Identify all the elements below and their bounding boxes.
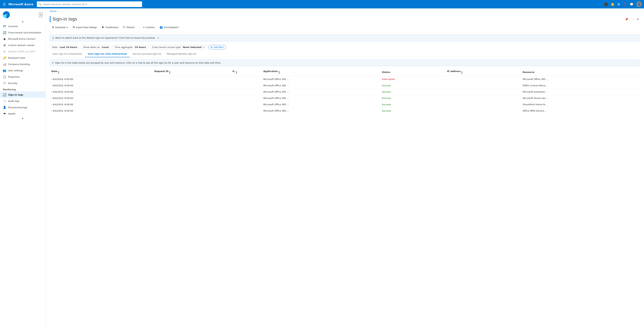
close-icon[interactable]: ✕: [636, 17, 640, 22]
sidebar-item-label-audit-logs: Audit logs: [8, 100, 20, 102]
date-filter-chip[interactable]: Date : Last 24 hours: [50, 45, 80, 49]
export-label: Export Data Settings: [76, 26, 97, 29]
search-box[interactable]: 🔍: [37, 2, 142, 7]
sidebar-scroll-down[interactable]: ▼: [0, 117, 46, 120]
sidebar-item-entra-connect[interactable]: ◆ Microsoft Entra Connect: [0, 36, 46, 42]
cell-ip-2: [446, 89, 522, 95]
date-filter-value: Last 24 hours: [60, 46, 77, 49]
troubleshoot-button[interactable]: ✖ Troubleshoot: [100, 25, 120, 30]
pin-icon[interactable]: 📌: [624, 17, 629, 22]
cell-date-1: ›6/4/2024, 8:00:00: [50, 82, 153, 89]
page-title: Sign-in logs: [52, 17, 77, 22]
password-reset-icon: 🔑: [3, 56, 6, 60]
add-filters-button[interactable]: ⊕ Add filters: [208, 45, 226, 49]
more-options-icon[interactable]: ···: [630, 17, 634, 22]
health-icon: ❤: [3, 112, 6, 115]
sidebar-item-audit-logs[interactable]: 📄 Audit logs: [0, 98, 46, 104]
sidebar-item-properties[interactable]: 📋 Properties: [0, 74, 46, 80]
cell-application-0: Microsoft Office 365 ...: [262, 76, 380, 82]
feedback-icon[interactable]: 💬: [630, 3, 634, 6]
sidebar-item-cross-tenant[interactable]: 🔄 Cross-tenant synchronization: [0, 29, 46, 36]
troubleshoot-label: Troubleshoot: [105, 26, 118, 29]
tab-non-interactive[interactable]: User sign-ins (non-interactive): [85, 51, 130, 57]
feedback-button[interactable]: 👥 Got feedback?: [158, 25, 181, 30]
export-icon: ⚙: [72, 26, 75, 29]
row-expand-2[interactable]: ›: [51, 91, 52, 93]
sidebar-scroll-up[interactable]: ▲: [0, 20, 46, 23]
table-row[interactable]: ›6/4/2024, 8:00:00 Microsoft Office 365 …: [50, 101, 640, 108]
row-expand-5[interactable]: ›: [51, 110, 52, 112]
bell-icon[interactable]: 🔔: [611, 3, 614, 6]
main-content: Home › Sign-in logs 📌 ··· ✕ ⬇ Download ▾…: [46, 9, 644, 334]
table-row[interactable]: ›6/4/2024, 8:00:00 Microsoft Office 365 …: [50, 82, 640, 89]
page-header-actions: 📌 ··· ✕: [624, 17, 640, 22]
table-container: Date▲▼Request ID▲▼U.▲▼Application▲▼Statu…: [46, 66, 644, 116]
sidebar-item-security[interactable]: 🛡 Security: [0, 80, 46, 86]
columns-button[interactable]: ≡ Columns: [141, 25, 157, 30]
breadcrumb-separator: ›: [58, 10, 58, 13]
table-row[interactable]: ›6/4/2024, 8:00:00 Microsoft Office 365 …: [50, 95, 640, 101]
col-header-resource: Resource: [521, 68, 640, 76]
sidebar-item-company-branding[interactable]: 📊 Company branding: [0, 61, 46, 67]
export-data-settings-button[interactable]: ⚙ Export Data Settings: [70, 25, 99, 30]
tab-managed-identity[interactable]: Managed identity sign-ins: [164, 51, 199, 57]
table-row[interactable]: ›6/4/2024, 8:00:00 Microsoft Office 365 …: [50, 89, 640, 95]
sidebar-item-user-settings[interactable]: 👥 User settings: [0, 67, 46, 74]
preview-info-banner[interactable]: ℹ Want to switch back to the default sig…: [50, 34, 640, 42]
time-agg-filter-chip[interactable]: Time aggregate : 24 hours: [112, 45, 148, 49]
row-expand-1[interactable]: ›: [51, 84, 52, 87]
sidebar-nav-above: 🪪 Licenses 🔄 Cross-tenant synchronizatio…: [0, 23, 46, 86]
col-header-ip_address[interactable]: IP address▲▼: [446, 68, 522, 76]
table-body: ›6/4/2024, 8:00:00 Microsoft Office 365 …: [50, 76, 640, 114]
sidebar-item-provisioning-logs[interactable]: 👤 Provisioning logs: [0, 104, 46, 110]
col-header-date[interactable]: Date▲▼: [50, 68, 153, 76]
cross-tenant-value: None Selected: [183, 46, 202, 49]
avatar[interactable]: 👤: [636, 2, 642, 7]
sort-icon: ▲▼: [58, 71, 59, 74]
row-expand-0[interactable]: ›: [51, 78, 52, 80]
security-icon: 🛡: [3, 81, 6, 85]
cross-tenant-filter-chip[interactable]: Cross tenant access type : None Selected…: [150, 45, 207, 49]
sidebar-collapse-button[interactable]: «: [39, 12, 42, 17]
row-expand-3[interactable]: ›: [51, 97, 52, 99]
show-dates-filter-chip[interactable]: Show dates as : Local: [81, 45, 111, 49]
refresh-button[interactable]: ↻ Refresh: [121, 25, 136, 30]
breadcrumb-home[interactable]: Home: [50, 10, 56, 13]
search-input[interactable]: [43, 3, 140, 6]
sidebar-item-label-entra-connect: Microsoft Entra Connect: [8, 38, 36, 40]
topbar-right: ⬛ 🔔 ⚙ ❓ 💬 👤: [604, 2, 642, 7]
download-button[interactable]: ⬇ Download ▾: [50, 25, 70, 30]
sidebar-item-password-reset[interactable]: 🔑 Password reset: [0, 55, 46, 61]
tab-service-principal[interactable]: Service principal sign-ins: [130, 51, 164, 57]
tabs: User sign-ins (interactive)User sign-ins…: [46, 51, 644, 57]
sort-icon: ▲▼: [169, 71, 170, 74]
page-header: Sign-in logs 📌 ··· ✕: [46, 14, 644, 23]
layout: ↩ « ▲ 🪪 Licenses 🔄 Cross-tenant synchron…: [0, 9, 644, 334]
tab-interactive[interactable]: User sign-ins (interactive): [50, 51, 85, 57]
help-icon[interactable]: ❓: [623, 3, 627, 6]
cell-u-4: [231, 101, 262, 108]
sidebar: ↩ « ▲ 🪪 Licenses 🔄 Cross-tenant synchron…: [0, 9, 46, 334]
terminal-icon[interactable]: ⬛: [604, 3, 608, 6]
sidebar-item-health[interactable]: ❤ Health: [0, 110, 46, 117]
hamburger-menu[interactable]: ☰: [2, 2, 6, 7]
sidebar-item-licenses[interactable]: 🪪 Licenses: [0, 23, 46, 29]
sort-icon: ▲▼: [236, 71, 237, 74]
cell-resource-0: Microsoft Office 365 ...: [521, 76, 640, 82]
sidebar-item-sign-in-logs[interactable]: 🔄 Sign-in logs: [0, 92, 46, 98]
col-header-request_id[interactable]: Request ID▲▼: [153, 68, 231, 76]
preview-banner-text: Want to switch back to the default sign-…: [55, 37, 155, 39]
gear-icon[interactable]: ⚙: [617, 3, 620, 6]
sidebar-item-custom-domain[interactable]: 🖥 Custom domain names: [0, 42, 46, 48]
col-header-u[interactable]: U.▲▼: [231, 68, 262, 76]
cell-date-0: ›6/4/2024, 8:00:00: [50, 76, 153, 82]
cell-request-id-4: [153, 101, 231, 108]
col-header-application[interactable]: Application▲▼: [262, 68, 380, 76]
sidebar-item-label-custom-domain: Custom domain names: [8, 44, 34, 47]
cross-tenant-close-icon[interactable]: ✕: [203, 46, 205, 49]
row-expand-4[interactable]: ›: [51, 103, 52, 106]
sidebar-item-label-properties: Properties: [8, 76, 20, 78]
licenses-icon: 🪪: [3, 25, 6, 28]
table-row[interactable]: ›6/4/2024, 8:00:00 Microsoft Office 365 …: [50, 76, 640, 82]
table-row[interactable]: ›6/4/2024, 8:00:00 Microsoft Office 365 …: [50, 108, 640, 114]
